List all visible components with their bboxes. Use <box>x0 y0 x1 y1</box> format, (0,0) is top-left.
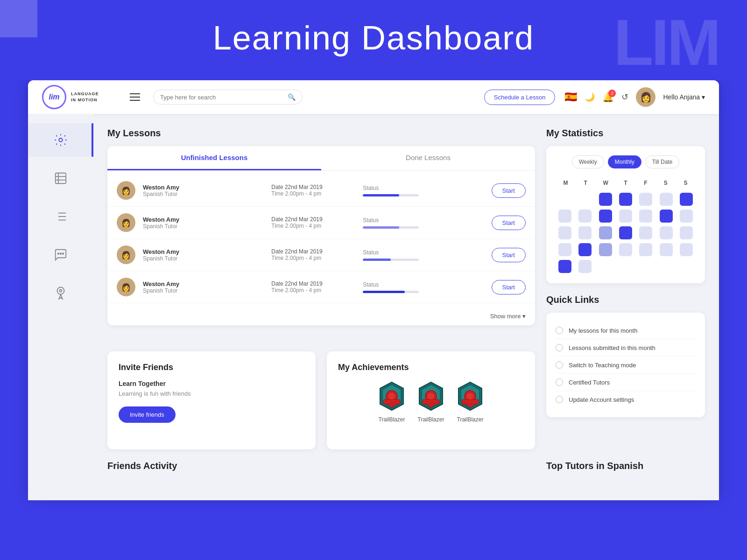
calendar-cell[interactable] <box>619 243 632 256</box>
calendar-cell[interactable] <box>680 260 693 273</box>
calendar-cell[interactable] <box>578 226 592 239</box>
calendar-cell[interactable] <box>619 226 632 239</box>
schedule-lesson-button[interactable]: Schedule a Lesson <box>484 90 556 105</box>
lessons-tabs: Unfinished Lessons Done Lessons <box>107 146 535 171</box>
status-label: Status <box>363 249 484 256</box>
invite-friends-button[interactable]: Invite friends <box>119 406 176 423</box>
sidebar-item-book[interactable] <box>28 161 93 195</box>
calendar-cell[interactable] <box>599 193 612 206</box>
radio-circle <box>556 396 563 403</box>
tab-done[interactable]: Done Lessons <box>321 146 535 170</box>
logo-brand-text: LANGUAGE IN MOTION <box>71 91 99 103</box>
start-button[interactable]: Start <box>492 280 526 294</box>
lesson-info: Weston Amy Spanish Tutor <box>143 280 264 294</box>
calendar-cell[interactable] <box>558 193 571 206</box>
calendar-cell[interactable] <box>619 260 632 273</box>
badge-icon <box>52 285 69 301</box>
language-flag[interactable]: 🇪🇸 <box>564 91 577 103</box>
calendar-cell[interactable] <box>680 193 693 206</box>
lesson-time-text: Time 2.00pm - 4 pm <box>271 223 355 229</box>
quick-link-label: Update Account settings <box>569 396 634 403</box>
calendar-cell[interactable] <box>660 243 673 256</box>
calendar-cell[interactable] <box>680 243 693 256</box>
lessons-card: Unfinished Lessons Done Lessons 👩 Weston… <box>107 146 535 325</box>
calendar-cell[interactable] <box>578 243 592 256</box>
moon-icon: 🌙 <box>585 92 595 102</box>
calendar-cell[interactable] <box>639 193 652 206</box>
calendar-cell[interactable] <box>680 226 693 239</box>
lesson-name: Weston Amy <box>143 280 264 287</box>
lesson-time-text: Time 2.00pm - 4 pm <box>271 287 355 294</box>
user-greeting[interactable]: Hello Anjana ▾ <box>663 93 705 101</box>
calendar-cell[interactable] <box>660 226 673 239</box>
quick-link-item[interactable]: Lessons submitted in this month <box>556 339 696 357</box>
svg-rect-19 <box>383 399 400 404</box>
progress-bar <box>363 226 419 229</box>
friends-activity-section: Friends Activity <box>107 461 535 486</box>
invite-section-title: Invite Friends <box>119 363 304 372</box>
show-more[interactable]: Show more ▾ <box>107 307 535 325</box>
progress-bar <box>363 291 419 293</box>
calendar-cell[interactable] <box>578 260 592 273</box>
calendar-cell[interactable] <box>639 210 652 223</box>
svg-point-15 <box>60 290 62 292</box>
calendar-cell[interactable] <box>619 193 632 206</box>
calendar-cell[interactable] <box>599 226 612 239</box>
calendar-cell[interactable] <box>639 243 652 256</box>
refresh-icon[interactable]: ↺ <box>621 92 628 102</box>
sidebar-item-list[interactable] <box>28 200 93 233</box>
calendar-cell[interactable] <box>599 260 612 273</box>
quick-link-item[interactable]: My lessons for this month <box>556 322 696 339</box>
start-button[interactable]: Start <box>492 248 526 262</box>
calendar-cell[interactable] <box>599 210 612 223</box>
calendar-cell[interactable] <box>639 226 652 239</box>
calendar-cell[interactable] <box>578 210 592 223</box>
lesson-name: Weston Amy <box>143 248 264 255</box>
calendar-cell[interactable] <box>639 260 652 273</box>
badge-item: TrailBlazer <box>417 380 445 423</box>
quick-link-item[interactable]: Switch to Teaching mode <box>556 357 696 374</box>
lesson-list: 👩 Weston Amy Spanish Tutor Date 22nd Mar… <box>107 171 535 307</box>
quick-link-item[interactable]: Update Account settings <box>556 391 696 408</box>
calendar-cell[interactable] <box>578 193 592 206</box>
tab-unfinished[interactable]: Unfinished Lessons <box>107 146 321 170</box>
progress-bar <box>363 194 419 196</box>
hamburger-menu[interactable] <box>126 90 144 105</box>
start-button[interactable]: Start <box>492 183 526 198</box>
sidebar-item-gear[interactable] <box>28 123 93 157</box>
lesson-subtitle: Spanish Tutor <box>143 255 264 262</box>
stats-filter-till-date[interactable]: Till Date <box>645 155 680 168</box>
lesson-date-text: Date 22nd Mar 2019 <box>271 216 355 223</box>
calendar-cell[interactable] <box>558 226 571 239</box>
calendar-cell[interactable] <box>660 193 673 206</box>
progress-fill <box>363 226 399 229</box>
calendar-cell[interactable] <box>619 210 632 223</box>
search-bar: 🔍 <box>153 90 303 105</box>
quick-links: Quick Links My lessons for this month Le… <box>546 294 705 417</box>
calendar-cell[interactable] <box>558 243 571 256</box>
lesson-info: Weston Amy Spanish Tutor <box>143 248 264 262</box>
quick-link-item[interactable]: Certified Tutors <box>556 374 696 391</box>
start-button[interactable]: Start <box>492 216 526 230</box>
stats-card: WeeklyMonthlyTill Date MTWTFSS <box>546 146 705 283</box>
calendar-cell[interactable] <box>660 260 673 273</box>
calendar-cell[interactable] <box>599 243 612 256</box>
badges-row: TrailBlazer TrailBlazer TrailBlazer <box>338 380 524 423</box>
stats-filter-monthly[interactable]: Monthly <box>608 155 641 168</box>
lesson-date-text: Date 22nd Mar 2019 <box>271 184 355 190</box>
calendar-cell[interactable] <box>660 210 673 223</box>
lesson-row: 👩 Weston Amy Spanish Tutor Date 22nd Mar… <box>107 271 535 303</box>
calendar-cell[interactable] <box>680 210 693 223</box>
stats-filter-weekly[interactable]: Weekly <box>572 155 604 168</box>
calendar-header: MTWTFSS <box>556 178 696 188</box>
lesson-info: Weston Amy Spanish Tutor <box>143 184 264 197</box>
search-input[interactable] <box>160 94 284 101</box>
calendar-cell[interactable] <box>558 210 571 223</box>
lesson-row: 👩 Weston Amy Spanish Tutor Date 22nd Mar… <box>107 175 535 207</box>
lesson-avatar: 👩 <box>117 245 135 264</box>
calendar-cell[interactable] <box>558 260 571 273</box>
calendar-day-header: T <box>576 178 596 188</box>
sidebar-item-chat[interactable] <box>28 238 93 272</box>
badge-item: TrailBlazer <box>456 380 484 423</box>
sidebar-item-badge[interactable] <box>28 276 93 310</box>
